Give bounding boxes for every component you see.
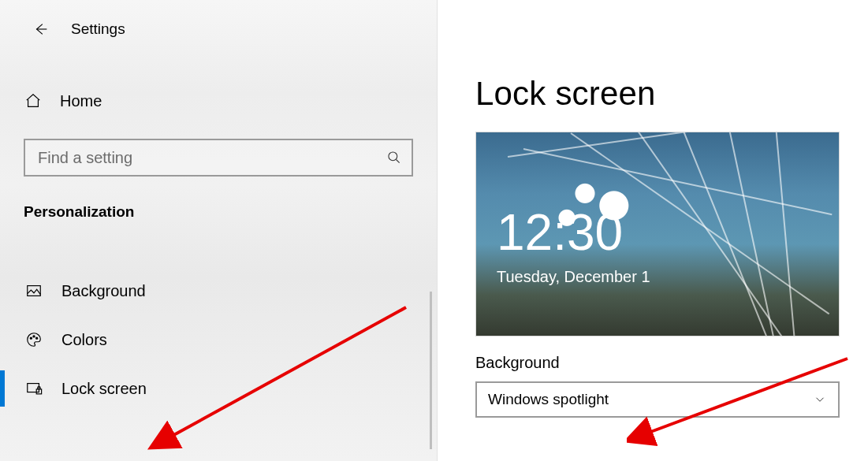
category-label: Personalization xyxy=(24,203,437,221)
picture-icon xyxy=(25,282,43,299)
palette-icon xyxy=(25,331,43,348)
sidebar-item-colors[interactable]: Colors xyxy=(0,315,437,364)
scrollbar[interactable] xyxy=(430,292,432,449)
svg-point-2 xyxy=(30,337,32,339)
page-title: Lock screen xyxy=(475,75,846,113)
svg-point-4 xyxy=(36,337,38,339)
background-dropdown-value: Windows spotlight xyxy=(488,391,813,408)
home-nav[interactable]: Home xyxy=(0,82,437,120)
sidebar-item-lock-screen[interactable]: Lock screen xyxy=(0,364,437,413)
svg-point-0 xyxy=(389,152,397,161)
preview-date: Tuesday, December 1 xyxy=(497,268,650,286)
back-button[interactable] xyxy=(25,13,57,45)
svg-rect-1 xyxy=(28,286,41,296)
sidebar-item-label: Lock screen xyxy=(61,380,147,398)
search-icon xyxy=(386,150,402,165)
app-title: Settings xyxy=(71,20,125,38)
svg-point-3 xyxy=(33,336,35,337)
background-dropdown[interactable]: Windows spotlight xyxy=(475,381,840,418)
nav-list: Background Colors xyxy=(0,266,437,413)
home-label: Home xyxy=(60,92,102,110)
sidebar-item-label: Background xyxy=(61,282,146,300)
sidebar-item-label: Colors xyxy=(61,331,107,349)
background-section-label: Background xyxy=(475,354,846,372)
sidebar: Settings Home Personalization xyxy=(0,0,438,461)
search-input[interactable] xyxy=(38,149,386,167)
back-arrow-icon xyxy=(32,20,50,38)
header-row: Settings xyxy=(0,0,437,44)
preview-time: 12:30 xyxy=(497,203,623,262)
sidebar-item-background[interactable]: Background xyxy=(0,266,437,315)
lock-screen-preview: 12:30 Tuesday, December 1 xyxy=(475,132,840,336)
search-box[interactable] xyxy=(24,139,413,177)
home-icon xyxy=(24,92,42,110)
main-content: Lock screen 12:30 Tuesday, December 1 Ba… xyxy=(438,0,868,461)
chevron-down-icon xyxy=(813,392,827,407)
lock-screen-icon xyxy=(25,380,43,397)
